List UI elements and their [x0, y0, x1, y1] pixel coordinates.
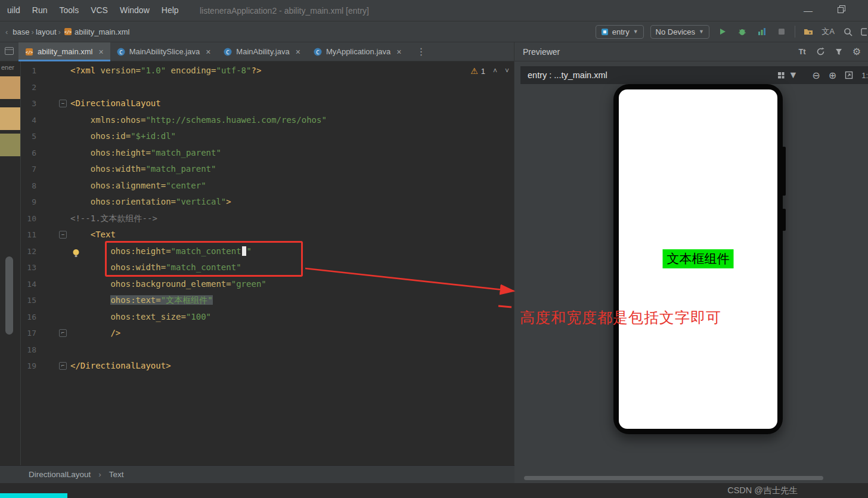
code-line: 5 ohos:id="$+id:dl"	[21, 128, 514, 145]
status-breadcrumb-text[interactable]: Text	[109, 470, 124, 479]
line-number: 18	[24, 342, 36, 358]
breadcrumb-item-base[interactable]: base	[13, 27, 29, 36]
horizontal-scrollbar-thumb[interactable]	[524, 476, 823, 480]
line-number: 4	[24, 112, 36, 129]
hide-panel-icon[interactable]	[5, 47, 14, 57]
zoom-in-icon[interactable]: ⊕	[829, 70, 836, 81]
fold-marker-icon[interactable]: −	[59, 100, 67, 107]
previewer-panel: entry : ...ty_main.xml ▼ ⊖ ⊕ 1: 文本框组件	[514, 61, 868, 483]
zoom-out-icon[interactable]: ⊖	[812, 70, 820, 81]
menu-item-vcs[interactable]: VCS	[85, 0, 114, 21]
close-tab-icon[interactable]: ×	[206, 47, 210, 57]
code-text: />	[70, 325, 120, 342]
chevron-down-icon[interactable]: ▼	[789, 70, 798, 81]
minimize-icon[interactable]: —	[804, 5, 813, 16]
breadcrumb-item-layout[interactable]: layout	[36, 27, 57, 36]
inspection-widget[interactable]: ⚠ 1 ˄ ˅	[470, 66, 509, 76]
tab-MainAbilitySlice-java[interactable]: CMainAbilitySlice.java×	[110, 42, 218, 61]
tab-label: ability_main.xml	[38, 47, 92, 56]
menu-item-run[interactable]: Run	[26, 0, 54, 21]
tab-ability_main-xml[interactable]: </>ability_main.xml×	[18, 42, 110, 61]
fit-screen-icon[interactable]	[845, 71, 853, 79]
grid-view-icon[interactable]	[777, 72, 785, 79]
filter-icon[interactable]	[835, 48, 842, 55]
chevron-down-icon: ▼	[699, 29, 704, 35]
previewer-header: Previewer Tt ⚙	[514, 42, 868, 61]
module-icon	[601, 28, 609, 36]
translate-icon[interactable]: 文A	[822, 25, 835, 38]
sync-folder-icon[interactable]	[802, 25, 815, 38]
title-bar: uildRunToolsVCSWindowHelp listeneraAppli…	[0, 0, 868, 21]
java-class-icon: C	[117, 48, 125, 56]
close-tab-icon[interactable]: ×	[296, 47, 300, 57]
breadcrumb-item-ability_main-xml[interactable]: ability_main.xml	[75, 27, 129, 36]
svg-text:C: C	[119, 49, 122, 55]
previewer-title: Previewer	[523, 47, 560, 57]
fold-marker-icon[interactable]: ⌐	[59, 362, 67, 370]
menu-item-tools[interactable]: Tools	[53, 0, 85, 21]
java-class-icon: C	[314, 48, 322, 56]
stop-icon[interactable]	[775, 25, 788, 38]
code-text: <DirectionalLayout	[70, 95, 161, 112]
refresh-icon[interactable]	[816, 47, 825, 56]
breadcrumb-separator-icon: ›	[57, 27, 63, 36]
font-settings-icon[interactable]: Tt	[798, 47, 805, 56]
code-editor[interactable]: 1<?xml version="1.0" encoding="utf-8"?>2…	[21, 61, 514, 465]
nav-back-icon[interactable]: ‹	[4, 27, 10, 36]
tab-MainAbility-java[interactable]: CMainAbility.java×	[217, 42, 307, 61]
strip-mark	[0, 134, 20, 156]
zoom-ratio-label: 1:	[861, 71, 868, 80]
editor-breadcrumb-bar: DirectionalLayout›Text	[0, 465, 514, 483]
tab-MyApplication-java[interactable]: CMyApplication.java×	[307, 42, 408, 61]
prev-error-icon[interactable]: ˄	[493, 67, 497, 75]
more-tabs-icon[interactable]: ⋮	[416, 46, 426, 57]
tab-label: MyApplication.java	[326, 47, 390, 56]
scrollbar-thumb[interactable]	[5, 256, 13, 335]
line-number: 3	[24, 95, 36, 112]
settings-icon[interactable]: ⚙	[852, 46, 861, 57]
svg-text:C: C	[227, 49, 230, 55]
line-number: 9	[24, 194, 36, 211]
menu-item-window[interactable]: Window	[114, 0, 156, 21]
run-config-label: entry	[612, 27, 630, 36]
fold-marker-icon[interactable]: −	[59, 231, 67, 239]
line-number: 16	[24, 309, 36, 326]
code-text: ohos:id="$+id:dl"	[70, 128, 176, 145]
code-text: ohos:width="match_content"	[70, 259, 241, 276]
close-tab-icon[interactable]: ×	[98, 47, 103, 57]
left-tool-strip: ener	[0, 61, 21, 465]
svg-text:</>: </>	[64, 30, 72, 35]
device-preview-frame: 文本框组件	[613, 84, 783, 434]
previewer-doc-bar: entry : ...ty_main.xml ▼ ⊖ ⊕ 1:	[520, 66, 868, 84]
run-icon[interactable]	[716, 25, 729, 38]
preview-text-component: 文本框组件	[663, 249, 734, 268]
phone-volume-button	[782, 147, 786, 196]
warning-count: 1	[481, 67, 485, 76]
watermark: CSDN @吉士先生	[727, 485, 798, 496]
profiler-icon[interactable]	[755, 25, 768, 38]
debug-icon[interactable]	[736, 25, 749, 38]
notifications-icon[interactable]	[861, 25, 867, 38]
line-number: 12	[24, 243, 36, 260]
fold-marker-icon[interactable]: ⌐	[59, 329, 67, 337]
strip-mark	[0, 76, 20, 99]
menu-item-help[interactable]: Help	[156, 0, 185, 21]
tab-label: MainAbilitySlice.java	[129, 47, 200, 56]
search-icon[interactable]	[841, 25, 854, 38]
device-selector[interactable]: No Devices ▼	[650, 25, 709, 39]
code-text: ohos:orientation="vertical">	[70, 194, 231, 211]
device-label: No Devices	[656, 27, 695, 36]
toolbar-divider	[795, 26, 795, 38]
close-tab-icon[interactable]: ×	[396, 47, 401, 57]
text-caret	[242, 246, 246, 256]
run-config-selector[interactable]: entry ▼	[596, 25, 644, 39]
code-text: ohos:alignment="center"	[70, 178, 206, 194]
tool-window-label[interactable]: ener	[1, 64, 14, 71]
status-breadcrumb-directionallayout[interactable]: DirectionalLayout	[29, 470, 91, 479]
menu-item-uild[interactable]: uild	[1, 0, 26, 21]
code-line: 12 ohos:height="match_content"	[21, 243, 514, 260]
line-number: 17	[24, 325, 36, 342]
breadcrumb-separator-icon: ›	[97, 470, 103, 479]
restore-window-icon[interactable]	[838, 5, 845, 15]
next-error-icon[interactable]: ˅	[505, 67, 509, 75]
